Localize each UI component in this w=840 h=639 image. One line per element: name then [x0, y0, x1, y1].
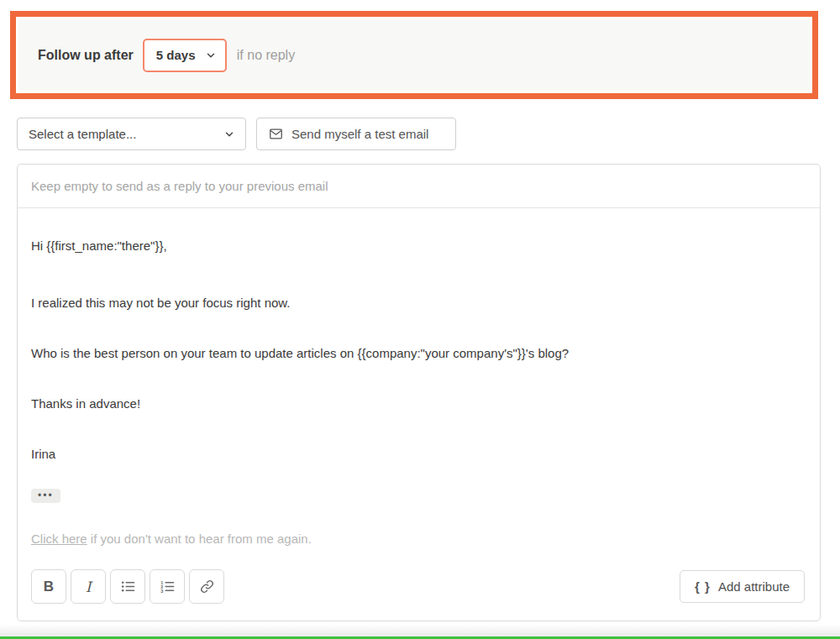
expander-row: •••: [31, 487, 806, 503]
add-attribute-label: Add attribute: [718, 579, 790, 594]
followup-settings-row: Follow up after 5 days if no reply: [16, 17, 812, 93]
svg-text:3: 3: [160, 589, 163, 594]
email-composer: Hi {{first_name:"there"}}, I realized th…: [17, 164, 821, 621]
followup-label: Follow up after: [38, 48, 134, 63]
format-buttons-group: B I 1 2 3: [31, 569, 224, 604]
italic-icon: I: [86, 579, 92, 595]
email-body-editor[interactable]: Hi {{first_name:"there"}}, I realized th…: [18, 208, 820, 548]
template-select-value: Select a template...: [29, 127, 136, 141]
send-test-email-button[interactable]: Send myself a test email: [256, 118, 456, 150]
followup-delay-value: 5 days: [156, 48, 196, 62]
followup-delay-select[interactable]: 5 days: [143, 39, 227, 72]
followup-highlight-annotation: Follow up after 5 days if no reply: [10, 11, 818, 99]
bold-button[interactable]: B: [31, 569, 66, 604]
chevron-down-icon: [205, 50, 217, 61]
bullet-list-icon: [120, 579, 136, 594]
add-attribute-button[interactable]: { } Add attribute: [680, 570, 805, 603]
format-toolbar: B I 1 2 3: [31, 569, 805, 604]
numbered-list-button[interactable]: 1 2 3: [150, 569, 185, 604]
followup-suffix-label: if no reply: [237, 48, 295, 63]
body-paragraph: Who is the best person on your team to u…: [31, 344, 806, 363]
bottom-fade: [0, 624, 840, 636]
envelope-icon: [269, 127, 283, 141]
subject-row: [18, 165, 820, 208]
italic-button[interactable]: I: [71, 569, 106, 604]
bullet-list-button[interactable]: [110, 569, 145, 604]
insert-link-button[interactable]: [189, 569, 224, 604]
body-paragraph: I realized this may not be your focus ri…: [31, 294, 806, 312]
body-paragraph: Thanks in advance!: [31, 395, 806, 413]
send-test-email-label: Send myself a test email: [291, 127, 428, 141]
chevron-down-icon: [223, 128, 235, 140]
show-trimmed-content-button[interactable]: •••: [31, 489, 60, 503]
numbered-list-icon: 1 2 3: [160, 579, 176, 594]
unsubscribe-text: if you don't want to hear from me again.: [87, 532, 312, 546]
unsubscribe-line: Click here if you don't want to hear fro…: [31, 530, 806, 548]
body-paragraph: Hi {{first_name:"there"}},: [31, 237, 806, 255]
email-sequence-step-editor: Follow up after 5 days if no reply Selec…: [0, 0, 840, 639]
curly-braces-icon: { }: [695, 579, 711, 594]
unsubscribe-link[interactable]: Click here: [31, 532, 87, 546]
link-icon: [199, 579, 215, 594]
bold-icon: B: [44, 579, 54, 595]
ellipsis-icon: •••: [38, 490, 54, 500]
body-paragraph: Irina: [31, 445, 806, 464]
subject-input[interactable]: [18, 165, 820, 207]
template-select[interactable]: Select a template...: [17, 118, 246, 150]
